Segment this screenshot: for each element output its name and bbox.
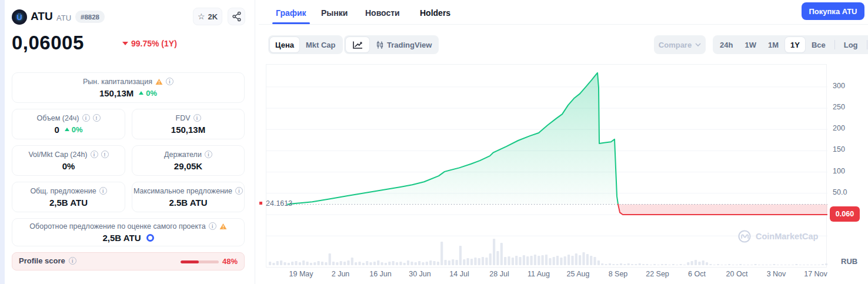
range-1y[interactable]: 1Y bbox=[785, 37, 805, 52]
x-axis-tick: 20 Oct bbox=[716, 270, 757, 278]
tradingview-toggle[interactable]: TradingView bbox=[370, 37, 437, 52]
tab-news[interactable]: Новости bbox=[365, 8, 400, 18]
stat-value: 2,5B ATU bbox=[49, 198, 88, 208]
coin-logo: Ü bbox=[12, 9, 27, 25]
left-gutter bbox=[0, 0, 5, 284]
stat-value: 2,5B ATU bbox=[102, 233, 141, 243]
stat-value: 150,13M bbox=[171, 125, 205, 135]
stat-card-holders: Держатели 29,05K bbox=[132, 145, 245, 176]
stat-change: 0% bbox=[72, 125, 83, 134]
y-axis-tick: 150 bbox=[833, 145, 860, 153]
stat-label: FDV bbox=[176, 114, 191, 122]
range-all[interactable]: Все bbox=[806, 37, 831, 52]
stat-value: 0 bbox=[54, 125, 59, 135]
x-axis-tick: 16 Jun bbox=[360, 270, 401, 278]
stat-card-volume: Объем (24ч) 0 0% bbox=[12, 109, 125, 139]
profile-score-bar bbox=[181, 260, 219, 263]
line-chart-icon bbox=[352, 41, 363, 49]
profile-score-text: Profile score bbox=[19, 256, 65, 265]
rank-badge: #8828 bbox=[75, 11, 105, 23]
warning-icon[interactable] bbox=[219, 223, 227, 230]
separator bbox=[834, 40, 835, 49]
x-axis-tick: 14 Jul bbox=[439, 270, 480, 278]
range-1w[interactable]: 1W bbox=[739, 37, 762, 52]
baseline-price-label: 24.1613 bbox=[266, 199, 292, 208]
info-icon[interactable] bbox=[69, 257, 76, 265]
tabs-bottom-border bbox=[259, 24, 868, 25]
tab-chart[interactable]: График bbox=[276, 8, 306, 18]
log-scale-toggle[interactable]: Log bbox=[839, 37, 863, 52]
stat-change: 0% bbox=[146, 89, 157, 98]
x-axis-tick: 8 Sep bbox=[597, 270, 639, 278]
x-axis-tick: 3 Nov bbox=[756, 270, 797, 278]
stat-label: Максимальное предложение bbox=[133, 187, 232, 195]
stat-card-market-cap: Рын. капитализация 150,13M 0% bbox=[12, 72, 245, 103]
profile-score-fill bbox=[181, 260, 199, 263]
compare-button[interactable]: Compare bbox=[654, 35, 706, 54]
alert-icon[interactable] bbox=[93, 114, 101, 122]
watchlist-count: 2K bbox=[208, 12, 218, 21]
info-icon[interactable] bbox=[91, 151, 98, 158]
metric-toggle-mktcap[interactable]: Mkt Cap bbox=[301, 37, 341, 52]
x-axis-tick: 17 Nov bbox=[795, 270, 836, 278]
stat-value: 29,05K bbox=[174, 161, 202, 171]
info-icon[interactable] bbox=[99, 187, 107, 195]
metric-toggle-price[interactable]: Цена bbox=[270, 37, 299, 52]
stat-label: Vol/Mkt Cap (24h) bbox=[28, 151, 87, 159]
x-axis-tick: 2 Jun bbox=[320, 270, 361, 278]
stat-card-total-supply: Общ. предложение 2,5B ATU bbox=[12, 182, 125, 212]
price-change-text: 99.75% (1Y) bbox=[131, 39, 177, 48]
info-icon[interactable] bbox=[209, 222, 216, 230]
y-axis-tick: 100 bbox=[833, 167, 860, 175]
y-axis-tick: 50.0 bbox=[833, 188, 860, 196]
stat-label: Держатели bbox=[164, 151, 202, 159]
coinmarketcap-watermark: CoinMarketCap bbox=[737, 229, 818, 243]
panel-divider bbox=[255, 0, 255, 284]
profile-score-percent: 48% bbox=[222, 257, 238, 266]
up-arrow-icon bbox=[65, 128, 69, 131]
x-axis-tick: 30 Jun bbox=[399, 270, 440, 278]
y-axis-tick: 250 bbox=[833, 103, 860, 111]
star-icon: ☆ bbox=[198, 12, 205, 21]
info-icon[interactable] bbox=[193, 114, 201, 122]
watchlist-button[interactable]: ☆ 2K bbox=[193, 8, 222, 25]
price-change: 99.75% (1Y) bbox=[122, 39, 177, 48]
range-24h[interactable]: 24h bbox=[715, 37, 738, 52]
candlestick-icon bbox=[376, 41, 384, 49]
info-icon[interactable] bbox=[82, 114, 90, 122]
x-axis-tick: 22 Sep bbox=[637, 270, 678, 278]
info-icon[interactable] bbox=[235, 187, 243, 195]
compare-label: Compare bbox=[659, 41, 692, 49]
range-1m[interactable]: 1M bbox=[763, 37, 784, 52]
stat-value: 2.5B ATU bbox=[169, 198, 207, 208]
supply-progress-ring-icon bbox=[146, 234, 154, 242]
stat-label: Объем (24ч) bbox=[36, 114, 79, 122]
chevron-down-icon bbox=[695, 43, 701, 46]
coin-symbol: ATU bbox=[56, 14, 71, 22]
info-icon[interactable] bbox=[166, 78, 173, 85]
alert-icon[interactable] bbox=[101, 151, 109, 158]
tradingview-label: TradingView bbox=[387, 41, 432, 49]
y-axis-tick: 200 bbox=[833, 124, 860, 132]
stat-label: Оборотное предложение по оценке самого п… bbox=[29, 222, 205, 230]
stat-label: Общ. предложение bbox=[30, 187, 96, 195]
down-arrow-icon bbox=[122, 42, 128, 45]
stat-card-max-supply: Максимальное предложение 2.5B ATU bbox=[132, 182, 245, 212]
chart-type-toggle-group: TradingView bbox=[344, 35, 439, 54]
stat-card-circulating-supply: Оборотное предложение по оценке самого п… bbox=[12, 218, 245, 246]
warning-icon[interactable] bbox=[155, 78, 163, 85]
active-tab-underline bbox=[272, 22, 310, 24]
up-arrow-icon bbox=[139, 91, 143, 95]
line-chart-toggle[interactable] bbox=[346, 37, 369, 52]
range-toggle-group: 24h 1W 1M 1Y Все Log bbox=[713, 35, 868, 54]
info-icon[interactable] bbox=[205, 151, 212, 158]
currency-label[interactable]: RUB bbox=[841, 257, 857, 266]
tab-holders[interactable]: Holders bbox=[420, 8, 450, 18]
buy-atu-button[interactable]: Покупка ATU bbox=[802, 2, 864, 20]
y-axis-tick: 300 bbox=[833, 82, 860, 90]
tab-markets[interactable]: Рынки bbox=[321, 8, 348, 18]
profile-score-label: Profile score bbox=[19, 256, 76, 265]
share-button[interactable] bbox=[228, 8, 245, 25]
x-axis-tick: 25 Aug bbox=[557, 270, 599, 278]
x-axis-tick: 28 Jul bbox=[479, 270, 520, 278]
